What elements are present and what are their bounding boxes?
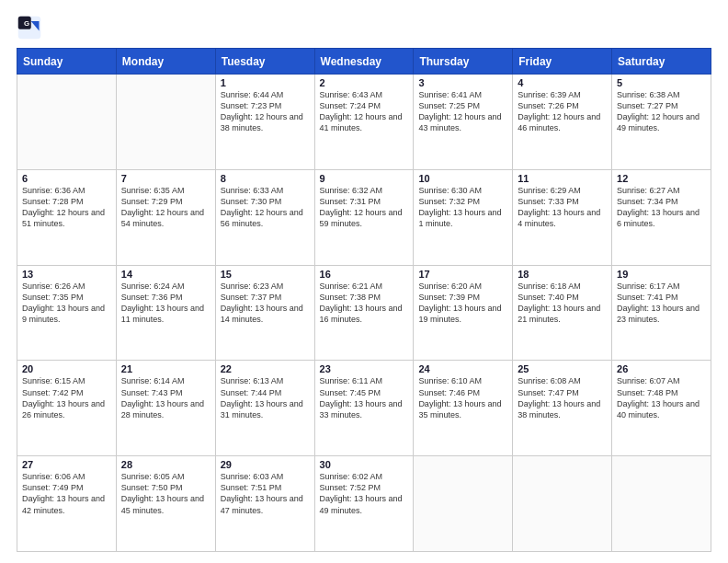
logo-icon: G <box>17 15 42 40</box>
calendar-cell: 20Sunrise: 6:15 AM Sunset: 7:42 PM Dayli… <box>17 361 117 456</box>
day-info: Sunrise: 6:35 AM Sunset: 7:29 PM Dayligh… <box>121 185 210 230</box>
day-info: Sunrise: 6:36 AM Sunset: 7:28 PM Dayligh… <box>22 185 111 230</box>
day-info: Sunrise: 6:29 AM Sunset: 7:33 PM Dayligh… <box>518 185 607 230</box>
calendar-cell: 3Sunrise: 6:41 AM Sunset: 7:25 PM Daylig… <box>414 75 513 170</box>
day-info: Sunrise: 6:17 AM Sunset: 7:41 PM Dayligh… <box>617 281 706 326</box>
day-info: Sunrise: 6:43 AM Sunset: 7:24 PM Dayligh… <box>320 89 409 134</box>
day-number: 12 <box>617 173 706 184</box>
calendar-cell: 4Sunrise: 6:39 AM Sunset: 7:26 PM Daylig… <box>513 75 612 170</box>
calendar-cell: 25Sunrise: 6:08 AM Sunset: 7:47 PM Dayli… <box>513 361 612 456</box>
week-row-1: 1Sunrise: 6:44 AM Sunset: 7:23 PM Daylig… <box>17 75 711 170</box>
calendar-cell: 2Sunrise: 6:43 AM Sunset: 7:24 PM Daylig… <box>314 75 414 170</box>
day-number: 20 <box>22 363 111 374</box>
day-number: 17 <box>418 269 507 280</box>
calendar-cell: 29Sunrise: 6:03 AM Sunset: 7:51 PM Dayli… <box>215 456 314 552</box>
day-info: Sunrise: 6:41 AM Sunset: 7:25 PM Dayligh… <box>418 89 507 134</box>
day-number: 4 <box>518 77 607 88</box>
day-info: Sunrise: 6:18 AM Sunset: 7:40 PM Dayligh… <box>518 281 607 326</box>
calendar-cell <box>513 456 612 552</box>
day-number: 10 <box>418 173 507 184</box>
day-number: 29 <box>221 459 310 470</box>
day-number: 25 <box>518 363 607 374</box>
day-number: 7 <box>121 173 210 184</box>
day-number: 9 <box>320 173 409 184</box>
page: G SundayMondayTuesdayWednesdayThursdayFr… <box>0 0 728 563</box>
calendar-cell: 14Sunrise: 6:24 AM Sunset: 7:36 PM Dayli… <box>116 265 215 361</box>
weekday-header-tuesday: Tuesday <box>215 49 314 75</box>
calendar-cell: 28Sunrise: 6:05 AM Sunset: 7:50 PM Dayli… <box>116 456 215 552</box>
day-number: 2 <box>320 77 409 88</box>
calendar-table: SundayMondayTuesdayWednesdayThursdayFrid… <box>17 48 711 552</box>
weekday-header-saturday: Saturday <box>612 49 711 75</box>
day-info: Sunrise: 6:11 AM Sunset: 7:45 PM Dayligh… <box>320 375 409 420</box>
day-number: 16 <box>320 269 409 280</box>
week-row-2: 6Sunrise: 6:36 AM Sunset: 7:28 PM Daylig… <box>17 169 711 265</box>
calendar-cell: 22Sunrise: 6:13 AM Sunset: 7:44 PM Dayli… <box>215 361 314 456</box>
weekday-header-row: SundayMondayTuesdayWednesdayThursdayFrid… <box>17 49 711 75</box>
day-number: 14 <box>121 269 210 280</box>
day-number: 27 <box>22 459 111 470</box>
svg-text:G: G <box>24 19 29 28</box>
weekday-header-monday: Monday <box>116 49 215 75</box>
day-info: Sunrise: 6:26 AM Sunset: 7:35 PM Dayligh… <box>22 281 111 326</box>
day-info: Sunrise: 6:10 AM Sunset: 7:46 PM Dayligh… <box>418 375 507 420</box>
day-info: Sunrise: 6:20 AM Sunset: 7:39 PM Dayligh… <box>418 281 507 326</box>
calendar-cell: 6Sunrise: 6:36 AM Sunset: 7:28 PM Daylig… <box>17 169 117 265</box>
calendar-cell: 8Sunrise: 6:33 AM Sunset: 7:30 PM Daylig… <box>215 169 314 265</box>
day-info: Sunrise: 6:15 AM Sunset: 7:42 PM Dayligh… <box>22 375 111 420</box>
calendar-cell: 23Sunrise: 6:11 AM Sunset: 7:45 PM Dayli… <box>314 361 414 456</box>
day-info: Sunrise: 6:07 AM Sunset: 7:48 PM Dayligh… <box>617 375 706 420</box>
calendar-cell: 10Sunrise: 6:30 AM Sunset: 7:32 PM Dayli… <box>414 169 513 265</box>
day-number: 8 <box>221 173 310 184</box>
header: G <box>17 15 711 40</box>
calendar-cell: 24Sunrise: 6:10 AM Sunset: 7:46 PM Dayli… <box>414 361 513 456</box>
day-number: 5 <box>617 77 706 88</box>
calendar-cell: 26Sunrise: 6:07 AM Sunset: 7:48 PM Dayli… <box>612 361 711 456</box>
calendar-cell: 7Sunrise: 6:35 AM Sunset: 7:29 PM Daylig… <box>116 169 215 265</box>
day-number: 28 <box>121 459 210 470</box>
weekday-header-sunday: Sunday <box>17 49 117 75</box>
week-row-5: 27Sunrise: 6:06 AM Sunset: 7:49 PM Dayli… <box>17 456 711 552</box>
day-info: Sunrise: 6:32 AM Sunset: 7:31 PM Dayligh… <box>320 185 409 230</box>
calendar-cell <box>414 456 513 552</box>
day-info: Sunrise: 6:38 AM Sunset: 7:27 PM Dayligh… <box>617 89 706 134</box>
day-info: Sunrise: 6:13 AM Sunset: 7:44 PM Dayligh… <box>221 375 310 420</box>
day-info: Sunrise: 6:24 AM Sunset: 7:36 PM Dayligh… <box>121 281 210 326</box>
week-row-4: 20Sunrise: 6:15 AM Sunset: 7:42 PM Dayli… <box>17 361 711 456</box>
day-number: 15 <box>221 269 310 280</box>
day-info: Sunrise: 6:39 AM Sunset: 7:26 PM Dayligh… <box>518 89 607 134</box>
day-info: Sunrise: 6:44 AM Sunset: 7:23 PM Dayligh… <box>221 89 310 134</box>
day-number: 19 <box>617 269 706 280</box>
week-row-3: 13Sunrise: 6:26 AM Sunset: 7:35 PM Dayli… <box>17 265 711 361</box>
day-number: 30 <box>320 459 409 470</box>
day-info: Sunrise: 6:27 AM Sunset: 7:34 PM Dayligh… <box>617 185 706 230</box>
day-info: Sunrise: 6:02 AM Sunset: 7:52 PM Dayligh… <box>320 471 409 516</box>
day-number: 23 <box>320 363 409 374</box>
calendar-cell: 19Sunrise: 6:17 AM Sunset: 7:41 PM Dayli… <box>612 265 711 361</box>
weekday-header-friday: Friday <box>513 49 612 75</box>
calendar-cell <box>612 456 711 552</box>
day-number: 26 <box>617 363 706 374</box>
day-info: Sunrise: 6:30 AM Sunset: 7:32 PM Dayligh… <box>418 185 507 230</box>
calendar-cell: 5Sunrise: 6:38 AM Sunset: 7:27 PM Daylig… <box>612 75 711 170</box>
day-number: 21 <box>121 363 210 374</box>
calendar-cell: 9Sunrise: 6:32 AM Sunset: 7:31 PM Daylig… <box>314 169 414 265</box>
calendar-cell <box>116 75 215 170</box>
day-info: Sunrise: 6:08 AM Sunset: 7:47 PM Dayligh… <box>518 375 607 420</box>
calendar-cell <box>17 75 117 170</box>
calendar-cell: 15Sunrise: 6:23 AM Sunset: 7:37 PM Dayli… <box>215 265 314 361</box>
day-info: Sunrise: 6:14 AM Sunset: 7:43 PM Dayligh… <box>121 375 210 420</box>
day-info: Sunrise: 6:33 AM Sunset: 7:30 PM Dayligh… <box>221 185 310 230</box>
day-number: 1 <box>221 77 310 88</box>
day-number: 13 <box>22 269 111 280</box>
calendar-cell: 17Sunrise: 6:20 AM Sunset: 7:39 PM Dayli… <box>414 265 513 361</box>
day-number: 22 <box>221 363 310 374</box>
calendar-cell: 13Sunrise: 6:26 AM Sunset: 7:35 PM Dayli… <box>17 265 117 361</box>
day-info: Sunrise: 6:06 AM Sunset: 7:49 PM Dayligh… <box>22 471 111 516</box>
calendar-cell: 11Sunrise: 6:29 AM Sunset: 7:33 PM Dayli… <box>513 169 612 265</box>
calendar-cell: 21Sunrise: 6:14 AM Sunset: 7:43 PM Dayli… <box>116 361 215 456</box>
calendar-cell: 30Sunrise: 6:02 AM Sunset: 7:52 PM Dayli… <box>314 456 414 552</box>
calendar-cell: 27Sunrise: 6:06 AM Sunset: 7:49 PM Dayli… <box>17 456 117 552</box>
calendar-cell: 12Sunrise: 6:27 AM Sunset: 7:34 PM Dayli… <box>612 169 711 265</box>
calendar-cell: 16Sunrise: 6:21 AM Sunset: 7:38 PM Dayli… <box>314 265 414 361</box>
